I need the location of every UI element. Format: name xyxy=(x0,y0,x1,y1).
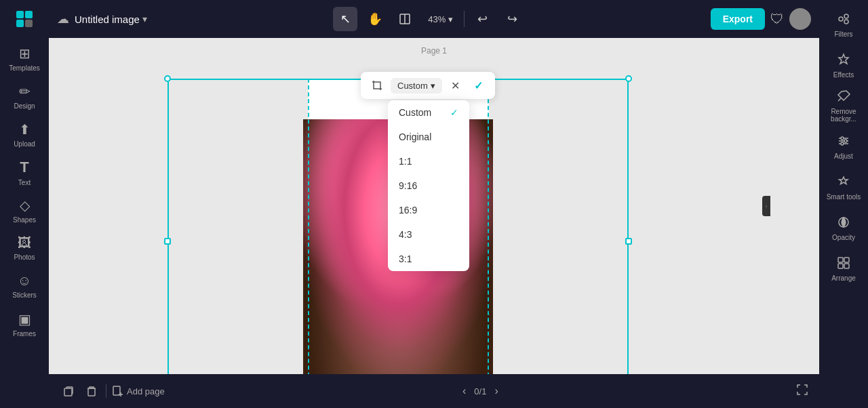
user-avatar[interactable] xyxy=(789,8,811,30)
right-sidebar-item-filters[interactable]: Filters xyxy=(822,5,865,43)
right-sidebar-item-smart-tools[interactable]: Smart tools xyxy=(822,168,865,206)
remove-bg-label: Remove backgr... xyxy=(822,108,865,123)
copy-page-button[interactable] xyxy=(60,382,77,400)
select-tool-button[interactable]: ↖ xyxy=(333,7,357,31)
upload-icon: ⬆ xyxy=(19,121,31,138)
svg-rect-26 xyxy=(844,264,849,268)
handle-top-left[interactable] xyxy=(164,75,171,82)
sidebar-item-shapes[interactable]: ◇ Shapes xyxy=(4,192,45,228)
bottom-left: Add page xyxy=(60,382,165,400)
undo-button[interactable]: ↩ xyxy=(470,7,494,31)
svg-rect-0 xyxy=(16,11,24,18)
text-icon: T xyxy=(20,159,28,176)
next-page-button[interactable]: › xyxy=(494,385,498,397)
arrange-label: Arrange xyxy=(831,274,856,282)
svg-rect-25 xyxy=(838,264,843,268)
title-chevron-icon[interactable]: ▾ xyxy=(142,14,147,24)
add-page-button[interactable]: Add page xyxy=(112,386,165,396)
right-sidebar-item-arrange[interactable]: Arrange xyxy=(822,249,865,287)
ratio-option-9-16[interactable]: 9:16 xyxy=(388,174,469,198)
top-bar: ☁ Untitled image ▾ ↖ ✋ 43% ▾ ↩ ↪ Export xyxy=(49,0,819,38)
bottom-divider xyxy=(106,384,106,398)
right-sidebar-item-adjust[interactable]: Adjust xyxy=(822,127,865,165)
ratio-option-1-1[interactable]: 1:1 xyxy=(388,149,469,174)
handle-middle-left[interactable] xyxy=(164,238,171,245)
crop-ratio-selector[interactable]: Custom ▾ xyxy=(391,78,442,94)
svg-point-11 xyxy=(839,17,843,21)
toolbar-divider xyxy=(464,11,465,27)
page-indicator: 0/1 xyxy=(474,386,486,396)
shield-icon: 🛡 xyxy=(770,12,784,27)
top-bar-right: Export 🛡 xyxy=(711,8,811,30)
ratio-option-16-9[interactable]: 16:9 xyxy=(388,198,469,222)
templates-icon: ⊞ xyxy=(19,45,31,62)
frames-icon: ▣ xyxy=(18,311,31,327)
sidebar-item-upload[interactable]: ⬆ Upload xyxy=(4,117,45,152)
ratio-option-label: Custom xyxy=(399,107,431,118)
main-area: ☁ Untitled image ▾ ↖ ✋ 43% ▾ ↩ ↪ Export xyxy=(49,0,819,408)
opacity-icon xyxy=(836,215,851,231)
file-title-text: Untitled image xyxy=(75,14,140,25)
sidebar-item-frames[interactable]: ▣ Frames xyxy=(4,306,45,342)
effects-label: Effects xyxy=(833,71,854,79)
right-sidebar-item-remove-bg[interactable]: Remove backgr... xyxy=(822,87,865,125)
ratio-dropdown: Custom ✓ Original 1:1 9:16 16:9 4:3 3:1 xyxy=(388,100,469,271)
sidebar-item-label: Frames xyxy=(13,330,36,338)
left-sidebar: ⊞ Templates ✏ Design ⬆ Upload T Text ◇ S… xyxy=(0,0,49,408)
cancel-icon: ✕ xyxy=(451,79,460,92)
ratio-option-4-3[interactable]: 4:3 xyxy=(388,222,469,247)
zoom-level: 43% xyxy=(428,14,446,24)
zoom-chevron-icon: ▾ xyxy=(448,14,453,24)
ratio-option-label: 9:16 xyxy=(399,180,417,191)
prev-page-button[interactable]: ‹ xyxy=(462,385,466,397)
ratio-option-original[interactable]: Original xyxy=(388,125,469,149)
svg-point-20 xyxy=(844,140,847,142)
sidebar-item-stickers[interactable]: ☺ Stickers xyxy=(4,268,45,304)
svg-point-21 xyxy=(841,142,844,145)
redo-button[interactable]: ↪ xyxy=(500,7,524,31)
right-sidebar-item-effects[interactable]: Effects xyxy=(822,46,865,84)
ratio-option-label: 1:1 xyxy=(399,156,412,167)
handle-top-right[interactable] xyxy=(625,75,632,82)
ratio-option-custom[interactable]: Custom ✓ xyxy=(388,100,469,125)
fit-button[interactable] xyxy=(796,384,808,399)
crop-icon-button[interactable] xyxy=(368,76,387,95)
toolbar-center: ↖ ✋ 43% ▾ ↩ ↪ xyxy=(153,7,705,31)
logo-button[interactable] xyxy=(11,5,38,33)
sidebar-item-design[interactable]: ✏ Design xyxy=(4,79,45,114)
crop-ratio-chevron-icon: ▾ xyxy=(431,81,435,91)
file-icon: ☁ xyxy=(57,12,69,26)
layout-tool-button[interactable] xyxy=(393,7,417,31)
crop-ratio-label: Custom xyxy=(397,81,428,91)
svg-point-13 xyxy=(844,20,848,24)
handle-middle-right[interactable] xyxy=(625,238,632,245)
crop-cancel-button[interactable]: ✕ xyxy=(446,76,465,95)
svg-line-15 xyxy=(838,98,841,101)
crop-confirm-button[interactable]: ✓ xyxy=(469,76,488,95)
bottom-center: ‹ 0/1 › xyxy=(165,385,796,397)
svg-rect-6 xyxy=(64,388,72,396)
sidebar-item-label: Stickers xyxy=(12,291,37,299)
hand-tool-button[interactable]: ✋ xyxy=(363,7,387,31)
opacity-label: Opacity xyxy=(832,234,855,241)
right-sidebar: Filters Effects Remove backgr... xyxy=(819,0,868,408)
smart-tools-icon xyxy=(836,174,851,190)
sidebar-item-templates[interactable]: ⊞ Templates xyxy=(4,41,45,76)
svg-rect-2 xyxy=(16,20,24,27)
svg-rect-1 xyxy=(25,11,33,18)
sidebar-collapse-handle[interactable]: ‹ xyxy=(762,196,770,216)
confirm-icon: ✓ xyxy=(474,79,483,92)
right-sidebar-item-opacity[interactable]: Opacity xyxy=(822,209,865,247)
svg-point-19 xyxy=(841,137,844,140)
sidebar-item-text[interactable]: T Text xyxy=(4,155,45,190)
stickers-icon: ☺ xyxy=(18,273,31,289)
ratio-option-3-1[interactable]: 3:1 xyxy=(388,247,469,271)
crop-toolbar: Custom ▾ ✕ ✓ xyxy=(361,72,495,99)
sidebar-item-photos[interactable]: 🖼 Photos xyxy=(4,230,45,266)
delete-page-button[interactable] xyxy=(83,382,100,400)
adjust-label: Adjust xyxy=(834,152,853,160)
zoom-control[interactable]: 43% ▾ xyxy=(422,12,458,27)
export-button[interactable]: Export xyxy=(711,8,765,30)
canvas-area[interactable]: Page 1 xyxy=(49,38,819,374)
sidebar-item-label: Text xyxy=(18,179,31,186)
